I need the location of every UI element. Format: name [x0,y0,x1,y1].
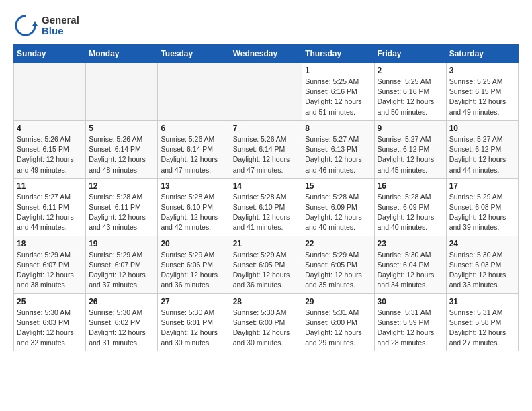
calendar-table: SundayMondayTuesdayWednesdayThursdayFrid… [13,44,519,351]
day-info: Sunrise: 5:27 AM Sunset: 6:12 PM Dayligh… [378,134,443,175]
day-number: 9 [378,124,443,133]
calendar-cell: 16Sunrise: 5:28 AM Sunset: 6:09 PM Dayli… [374,178,446,236]
day-info: Sunrise: 5:28 AM Sunset: 6:11 PM Dayligh… [89,192,154,233]
calendar-cell: 12Sunrise: 5:28 AM Sunset: 6:11 PM Dayli… [86,178,158,236]
calendar-cell: 4Sunrise: 5:26 AM Sunset: 6:15 PM Daylig… [14,120,86,178]
calendar-cell: 5Sunrise: 5:26 AM Sunset: 6:14 PM Daylig… [86,120,158,178]
day-info: Sunrise: 5:25 AM Sunset: 6:16 PM Dayligh… [305,77,371,118]
header-day-monday: Monday [86,45,158,63]
calendar-week-row: 11Sunrise: 5:27 AM Sunset: 6:11 PM Dayli… [14,178,519,236]
day-number: 29 [305,297,371,306]
calendar-cell [158,63,230,121]
day-info: Sunrise: 5:28 AM Sunset: 6:09 PM Dayligh… [305,192,371,233]
day-info: Sunrise: 5:27 AM Sunset: 6:11 PM Dayligh… [17,192,83,233]
calendar-header-row: SundayMondayTuesdayWednesdayThursdayFrid… [14,45,519,63]
day-number: 16 [378,181,443,191]
calendar-cell: 7Sunrise: 5:26 AM Sunset: 6:14 PM Daylig… [230,120,302,178]
page-header: General Blue [13,13,519,38]
calendar-cell: 25Sunrise: 5:30 AM Sunset: 6:03 PM Dayli… [14,293,86,351]
day-info: Sunrise: 5:25 AM Sunset: 6:15 PM Dayligh… [449,77,515,118]
logo-icon [13,13,38,38]
logo-general: General [42,15,79,26]
day-number: 7 [233,124,300,133]
day-info: Sunrise: 5:25 AM Sunset: 6:16 PM Dayligh… [378,77,443,118]
calendar-cell: 9Sunrise: 5:27 AM Sunset: 6:12 PM Daylig… [374,120,446,178]
calendar-week-row: 1Sunrise: 5:25 AM Sunset: 6:16 PM Daylig… [14,63,519,121]
day-info: Sunrise: 5:29 AM Sunset: 6:05 PM Dayligh… [305,250,371,291]
day-number: 1 [305,66,371,75]
day-number: 22 [305,239,371,248]
calendar-cell: 13Sunrise: 5:28 AM Sunset: 6:10 PM Dayli… [158,178,230,236]
calendar-cell: 14Sunrise: 5:28 AM Sunset: 6:10 PM Dayli… [230,178,302,236]
day-info: Sunrise: 5:29 AM Sunset: 6:07 PM Dayligh… [89,250,154,291]
day-number: 30 [378,297,443,306]
logo-blue: Blue [42,26,79,37]
day-info: Sunrise: 5:30 AM Sunset: 6:02 PM Dayligh… [89,308,154,349]
logo-container: General Blue [13,13,79,38]
calendar-cell: 2Sunrise: 5:25 AM Sunset: 6:16 PM Daylig… [374,63,446,121]
header-day-saturday: Saturday [446,45,518,63]
day-number: 4 [17,124,83,133]
day-info: Sunrise: 5:30 AM Sunset: 6:04 PM Dayligh… [378,250,443,291]
day-number: 12 [89,181,154,191]
day-info: Sunrise: 5:30 AM Sunset: 6:03 PM Dayligh… [17,308,83,349]
day-number: 24 [449,239,515,248]
day-number: 10 [449,124,515,133]
day-info: Sunrise: 5:28 AM Sunset: 6:10 PM Dayligh… [233,192,300,233]
day-number: 5 [89,124,154,133]
header-day-tuesday: Tuesday [158,45,230,63]
header-day-wednesday: Wednesday [230,45,302,63]
day-number: 13 [161,181,226,191]
calendar-cell: 22Sunrise: 5:29 AM Sunset: 6:05 PM Dayli… [302,236,374,293]
calendar-cell: 19Sunrise: 5:29 AM Sunset: 6:07 PM Dayli… [86,236,158,293]
day-info: Sunrise: 5:31 AM Sunset: 5:59 PM Dayligh… [378,308,443,349]
day-info: Sunrise: 5:26 AM Sunset: 6:15 PM Dayligh… [17,134,83,175]
day-info: Sunrise: 5:30 AM Sunset: 6:03 PM Dayligh… [449,250,515,291]
day-info: Sunrise: 5:29 AM Sunset: 6:08 PM Dayligh… [449,192,515,233]
calendar-cell [230,63,302,121]
day-info: Sunrise: 5:29 AM Sunset: 6:07 PM Dayligh… [17,250,83,291]
header-day-thursday: Thursday [302,45,374,63]
day-number: 21 [233,239,300,248]
day-number: 15 [305,181,371,191]
day-info: Sunrise: 5:30 AM Sunset: 6:01 PM Dayligh… [161,308,226,349]
day-number: 18 [17,239,83,248]
day-number: 20 [161,239,226,248]
calendar-week-row: 18Sunrise: 5:29 AM Sunset: 6:07 PM Dayli… [14,236,519,293]
day-number: 2 [378,66,443,75]
day-number: 19 [89,239,154,248]
svg-marker-0 [32,21,38,26]
calendar-cell: 28Sunrise: 5:30 AM Sunset: 6:00 PM Dayli… [230,293,302,351]
calendar-cell: 30Sunrise: 5:31 AM Sunset: 5:59 PM Dayli… [374,293,446,351]
header-day-friday: Friday [374,45,446,63]
calendar-cell: 11Sunrise: 5:27 AM Sunset: 6:11 PM Dayli… [14,178,86,236]
header-day-sunday: Sunday [14,45,86,63]
calendar-cell: 17Sunrise: 5:29 AM Sunset: 6:08 PM Dayli… [446,178,518,236]
logo-text: General Blue [42,15,79,37]
calendar-cell: 6Sunrise: 5:26 AM Sunset: 6:14 PM Daylig… [158,120,230,178]
day-info: Sunrise: 5:29 AM Sunset: 6:06 PM Dayligh… [161,250,226,291]
day-info: Sunrise: 5:28 AM Sunset: 6:10 PM Dayligh… [161,192,226,233]
day-number: 17 [449,181,515,191]
day-info: Sunrise: 5:31 AM Sunset: 6:00 PM Dayligh… [305,308,371,349]
day-number: 6 [161,124,226,133]
calendar-cell: 18Sunrise: 5:29 AM Sunset: 6:07 PM Dayli… [14,236,86,293]
calendar-cell: 8Sunrise: 5:27 AM Sunset: 6:13 PM Daylig… [302,120,374,178]
day-info: Sunrise: 5:27 AM Sunset: 6:13 PM Dayligh… [305,134,371,175]
calendar-cell: 24Sunrise: 5:30 AM Sunset: 6:03 PM Dayli… [446,236,518,293]
logo: General Blue [13,13,79,38]
day-info: Sunrise: 5:29 AM Sunset: 6:05 PM Dayligh… [233,250,300,291]
day-info: Sunrise: 5:27 AM Sunset: 6:12 PM Dayligh… [449,134,515,175]
calendar-cell [14,63,86,121]
day-number: 14 [233,181,300,191]
calendar-cell: 21Sunrise: 5:29 AM Sunset: 6:05 PM Dayli… [230,236,302,293]
day-number: 25 [17,297,83,306]
day-number: 8 [305,124,371,133]
calendar-cell: 29Sunrise: 5:31 AM Sunset: 6:00 PM Dayli… [302,293,374,351]
calendar-cell: 1Sunrise: 5:25 AM Sunset: 6:16 PM Daylig… [302,63,374,121]
calendar-cell: 10Sunrise: 5:27 AM Sunset: 6:12 PM Dayli… [446,120,518,178]
calendar-cell: 27Sunrise: 5:30 AM Sunset: 6:01 PM Dayli… [158,293,230,351]
day-info: Sunrise: 5:26 AM Sunset: 6:14 PM Dayligh… [89,134,154,175]
day-info: Sunrise: 5:30 AM Sunset: 6:00 PM Dayligh… [233,308,300,349]
calendar-cell: 3Sunrise: 5:25 AM Sunset: 6:15 PM Daylig… [446,63,518,121]
